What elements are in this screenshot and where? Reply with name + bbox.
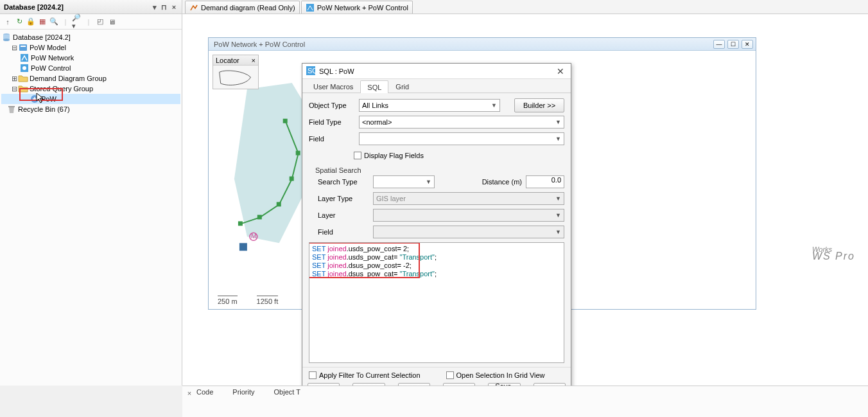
collapse-icon[interactable]: ⊟ — [10, 42, 18, 53]
svg-point-7 — [22, 66, 26, 70]
svg-rect-32 — [296, 151, 300, 155]
mdi-close-button[interactable]: ✕ — [742, 40, 753, 49]
svg-rect-34 — [239, 243, 247, 251]
tab-user-macros[interactable]: User Macros — [306, 80, 360, 93]
field-label: Field — [309, 135, 354, 143]
tree-control-label: PoW Control — [31, 63, 71, 73]
tree-model-label: PoW Model — [30, 42, 66, 53]
svg-text:SQ: SQ — [308, 67, 315, 75]
locator-close-icon[interactable]: × — [252, 55, 256, 65]
svg-rect-10 — [306, 4, 314, 12]
col-priority[interactable]: Priority — [232, 388, 254, 396]
col-code[interactable]: Code — [196, 388, 213, 396]
bottom-close-icon[interactable]: × — [185, 389, 194, 398]
spatial-title: Spatial Search — [315, 166, 564, 174]
layer-type-value: GIS layer — [376, 195, 406, 202]
panel-dropdown-icon[interactable]: ▾ — [151, 0, 159, 14]
spatial-field-label: Field — [318, 228, 369, 236]
tree-demand-group[interactable]: ⊞ Demand Diagram Group — [1, 73, 180, 84]
locator-panel[interactable]: Locator× — [213, 55, 259, 89]
builder-button[interactable]: Builder >> — [514, 98, 564, 112]
tab-demand-diagram[interactable]: Demand diagram (Read Only) — [185, 1, 300, 13]
chevron-down-icon: ▼ — [555, 229, 561, 235]
code-highlight-annotation — [309, 242, 420, 278]
layer-label: Layer — [318, 211, 369, 219]
display-flag-checkbox[interactable]: Display Flag Fields — [354, 152, 424, 159]
svg-text:M: M — [251, 232, 257, 240]
svg-rect-31 — [290, 177, 294, 181]
toolbar-find1-icon[interactable]: 🔍 — [49, 17, 59, 27]
tree-network-label: PoW Network — [31, 53, 74, 63]
scale-imperial: 1250 ft — [257, 296, 279, 305]
svg-rect-4 — [21, 46, 26, 47]
svg-point-2 — [3, 39, 10, 41]
toolbar-lock-icon[interactable]: 🔒 — [26, 17, 36, 27]
chevron-down-icon: ▼ — [555, 136, 561, 142]
tree-root[interactable]: Database [2024.2] — [1, 32, 180, 42]
apply-filter-checkbox[interactable]: Apply Filter To Current Selection — [309, 371, 421, 379]
mdi-maximize-button[interactable]: ☐ — [727, 40, 739, 49]
spatial-search-group: Spatial Search Search Type ▼ Distance (m… — [309, 166, 564, 238]
chevron-down-icon: ▼ — [555, 212, 561, 218]
toolbar-up-icon[interactable]: ↑ — [3, 17, 13, 27]
panel-close-icon[interactable]: × — [170, 0, 178, 14]
collapse-icon[interactable]: ⊟ — [10, 84, 18, 94]
panel-pin-icon[interactable]: ⊓ — [161, 0, 168, 14]
search-type-label: Search Type — [318, 178, 369, 186]
tree-root-label: Database [2024.2] — [13, 32, 71, 42]
field-select[interactable]: ▼ — [359, 132, 564, 145]
tree-network[interactable]: PoW Network — [1, 53, 180, 63]
main-area: Demand diagram (Read Only) PoW Network +… — [182, 0, 868, 386]
svg-rect-28 — [238, 221, 243, 226]
tree-recycle-label: Recycle Bin (67) — [18, 104, 70, 114]
toolbar-monitor-icon[interactable]: 🖥 — [107, 17, 117, 27]
scale-bar: 250 m 1250 ft — [218, 296, 278, 305]
toolbar-refresh-icon[interactable]: ↻ — [14, 17, 24, 27]
tab-grid[interactable]: Grid — [388, 80, 416, 93]
tree-model[interactable]: ⊟ PoW Model — [1, 42, 180, 53]
chevron-down-icon: ▼ — [491, 102, 497, 109]
expand-icon[interactable]: ⊞ — [10, 73, 18, 84]
mdi-title-label: PoW Network + PoW Control — [214, 40, 305, 48]
mdi-titlebar[interactable]: PoW Network + PoW Control — ☐ ✕ — [209, 38, 756, 51]
svg-rect-30 — [277, 202, 281, 206]
database-tree[interactable]: Database [2024.2] ⊟ PoW Model PoW Networ… — [0, 30, 182, 117]
sql-icon: SQ — [306, 66, 315, 76]
tree-recycle[interactable]: Recycle Bin (67) — [6, 104, 180, 114]
sql-tabs: User Macros SQL Grid — [302, 79, 571, 93]
database-panel: Database [2024.2] ▾ ⊓ × ↑ ↻ 🔒 ▦ 🔍 | 🔎▾ |… — [0, 0, 182, 386]
dialog-close-button[interactable]: ✕ — [554, 66, 567, 77]
open-grid-label: Open Selection In Grid View — [456, 371, 545, 379]
database-panel-title: Database [2024.2] ▾ ⊓ × — [0, 0, 182, 14]
display-flag-label: Display Flag Fields — [364, 152, 424, 159]
layer-type-label: Layer Type — [318, 195, 369, 202]
svg-rect-29 — [257, 215, 262, 219]
field-type-select[interactable]: <normal>▼ — [359, 116, 564, 129]
toolbar-window-icon[interactable]: ◰ — [95, 17, 105, 27]
tab-pow-network[interactable]: PoW Network + PoW Control — [301, 1, 413, 13]
search-type-select[interactable]: ▼ — [373, 175, 435, 188]
scale-metric: 250 m — [218, 296, 238, 305]
document-tabs: Demand diagram (Read Only) PoW Network +… — [182, 0, 868, 14]
toolbar-sep: | — [60, 17, 71, 27]
tab-sql[interactable]: SQL — [360, 80, 388, 93]
network-icon — [306, 3, 315, 12]
mdi-minimize-button[interactable]: — — [713, 40, 725, 49]
distance-input[interactable]: 0.0 — [526, 175, 564, 188]
layer-type-select: GIS layer▼ — [373, 192, 564, 205]
database-toolbar: ↑ ↻ 🔒 ▦ 🔍 | 🔎▾ | ◰ 🖥 — [0, 14, 182, 30]
open-grid-checkbox[interactable]: Open Selection In Grid View — [446, 371, 545, 379]
col-object[interactable]: Object T — [274, 388, 300, 396]
svg-rect-33 — [283, 119, 288, 123]
db-title-label: Database [2024.2] — [4, 0, 64, 14]
sql-dialog-titlebar[interactable]: SQ SQL : PoW ✕ — [302, 64, 571, 79]
toolbar-find2-icon[interactable]: 🔎▾ — [72, 17, 82, 27]
tree-demand-label: Demand Diagram Group — [30, 73, 107, 84]
tree-control[interactable]: PoW Control — [1, 63, 180, 73]
toolbar-grid-icon[interactable]: ▦ — [37, 17, 48, 27]
chevron-down-icon: ▼ — [426, 179, 431, 185]
field-type-value: <normal> — [362, 118, 392, 126]
tab-demand-label: Demand diagram (Read Only) — [201, 1, 295, 14]
object-type-select[interactable]: All Links▼ — [359, 99, 500, 112]
sql-editor[interactable]: SET joined.usds_pow_cost= 2; SET joined.… — [309, 242, 564, 363]
